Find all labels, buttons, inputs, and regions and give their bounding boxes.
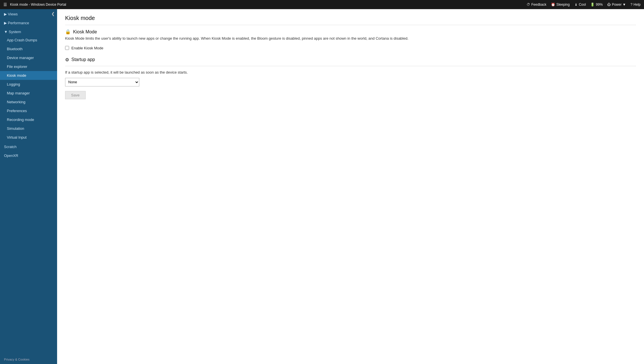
page-title: Kiosk mode (65, 15, 636, 21)
startup-app-header: ⚙ Startup app (65, 57, 636, 62)
sidebar: ❮ ▶ Views ▶ Performance ▼ System App Cra… (0, 9, 57, 364)
sidebar-item-preferences[interactable]: Preferences (0, 106, 57, 115)
save-button[interactable]: Save (65, 91, 86, 99)
sidebar-item-kiosk-mode[interactable]: Kiosk mode (0, 71, 57, 80)
startup-divider (65, 66, 636, 66)
temp-icon: 🌡 (574, 3, 578, 7)
sidebar-footer[interactable]: Privacy & Cookies (0, 355, 57, 364)
scratch-label: Scratch (4, 145, 17, 149)
system-label: ▼ System (4, 30, 21, 34)
feedback-button[interactable]: ⏱ Feedback (527, 3, 546, 7)
sidebar-item-file-explorer[interactable]: File explorer (0, 62, 57, 71)
enable-kiosk-label[interactable]: Enable Kiosk Mode (71, 46, 103, 50)
temp-button[interactable]: 🌡 Cool (574, 3, 586, 7)
lock-icon: 🔒 (65, 29, 71, 35)
sidebar-section-performance[interactable]: ▶ Performance (0, 18, 57, 27)
sidebar-item-bluetooth[interactable]: Bluetooth (0, 45, 57, 53)
sidebar-item-logging[interactable]: Logging (0, 80, 57, 89)
kiosk-mode-section-header: 🔒 Kiosk Mode (65, 29, 636, 35)
window-title: Kiosk mode - Windows Device Portal (10, 3, 66, 7)
sleeping-label: Sleeping (556, 3, 570, 7)
power-icon: ⏻ (607, 3, 611, 7)
startup-app-dropdown[interactable]: None (65, 78, 139, 86)
hamburger-icon[interactable]: ☰ (3, 2, 7, 7)
startup-app-section: ⚙ Startup app If a startup app is select… (65, 57, 636, 99)
performance-label: ▶ Performance (4, 21, 29, 25)
sidebar-section-openxr[interactable]: OpenXR (0, 151, 57, 159)
titlebar-right: ⏱ Feedback ⏰ Sleeping 🌡 Cool 🔋 99% ⏻ Pow… (527, 3, 641, 7)
help-label: Help (633, 3, 641, 7)
sidebar-item-device-manager[interactable]: Device manager (0, 53, 57, 62)
help-button[interactable]: ? Help (631, 3, 641, 7)
battery-icon: 🔋 (590, 3, 595, 7)
views-label: ▶ Views (4, 12, 18, 16)
sidebar-item-networking[interactable]: Networking (0, 98, 57, 106)
kiosk-description: Kiosk Mode limits the user's ability to … (65, 36, 636, 41)
sidebar-item-simulation[interactable]: Simulation (0, 124, 57, 133)
startup-icon: ⚙ (65, 57, 69, 62)
enable-kiosk-row: Enable Kiosk Mode (65, 46, 636, 50)
power-label: Power ▼ (612, 3, 626, 7)
sidebar-section-scratch[interactable]: Scratch (0, 142, 57, 151)
kiosk-mode-title: Kiosk Mode (73, 29, 97, 35)
titlebar: ☰ Kiosk mode - Windows Device Portal ⏱ F… (0, 0, 644, 9)
enable-kiosk-checkbox[interactable] (65, 46, 69, 50)
battery-label: 99% (596, 3, 603, 7)
sidebar-section-views[interactable]: ▶ Views (0, 9, 57, 18)
sidebar-item-app-crash-dumps[interactable]: App Crash Dumps (0, 36, 57, 45)
main-layout: ❮ ▶ Views ▶ Performance ▼ System App Cra… (0, 9, 644, 364)
sleeping-button[interactable]: ⏰ Sleeping (551, 3, 570, 7)
power-button[interactable]: ⏻ Power ▼ (607, 3, 626, 7)
openxr-label: OpenXR (4, 153, 18, 158)
feedback-icon: ⏱ (527, 3, 530, 7)
sidebar-item-map-manager[interactable]: Map manager (0, 89, 57, 98)
sidebar-item-virtual-input[interactable]: Virtual Input (0, 133, 57, 142)
sidebar-section-system[interactable]: ▼ System (0, 27, 57, 36)
battery-button[interactable]: 🔋 99% (590, 3, 603, 7)
sidebar-collapse-button[interactable]: ❮ (51, 11, 55, 16)
feedback-label: Feedback (531, 3, 546, 7)
startup-description: If a startup app is selected, it will be… (65, 70, 636, 74)
startup-app-title: Startup app (71, 57, 95, 62)
content-area: Kiosk mode 🔒 Kiosk Mode Kiosk Mode limit… (57, 9, 644, 364)
titlebar-left: ☰ Kiosk mode - Windows Device Portal (3, 2, 66, 7)
sidebar-item-recording-mode[interactable]: Recording mode (0, 115, 57, 124)
sleeping-icon: ⏰ (551, 3, 555, 7)
kiosk-divider (65, 25, 636, 25)
temp-label: Cool (579, 3, 586, 7)
help-icon: ? (631, 3, 633, 7)
